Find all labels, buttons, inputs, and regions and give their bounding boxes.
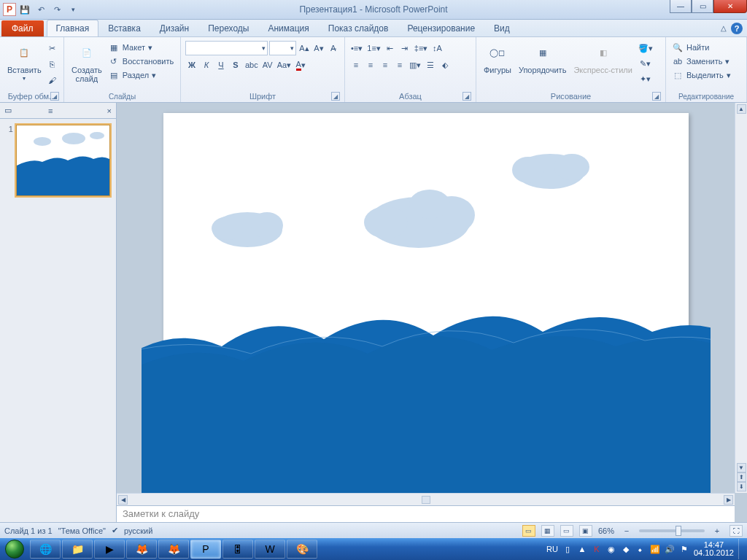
italic-button[interactable]: К — [200, 58, 213, 72]
redo-button[interactable]: ↷ — [50, 2, 64, 17]
tray-kaspersky-icon[interactable]: K — [592, 544, 602, 554]
scroll-down-icon[interactable]: ▼ — [737, 463, 746, 472]
tab-review[interactable]: Рецензирование — [398, 20, 484, 36]
tab-transitions[interactable]: Переходы — [198, 20, 258, 36]
bullets-button[interactable]: •≡▾ — [349, 41, 364, 55]
minimize-ribbon-icon[interactable]: △ — [721, 24, 727, 32]
notes-pane[interactable]: Заметки к слайду — [117, 505, 735, 522]
tray-flag-icon[interactable]: ▯ — [562, 544, 573, 554]
taskbar-firefox-2[interactable]: 🦊 — [158, 540, 189, 559]
columns-button[interactable]: ▥▾ — [408, 58, 422, 72]
case-button[interactable]: Aa▾ — [276, 58, 293, 72]
grow-font-button[interactable]: A▴ — [298, 41, 311, 55]
tab-design[interactable]: Дизайн — [150, 20, 198, 36]
shrink-font-button[interactable]: A▾ — [312, 41, 325, 55]
tray-app-icon[interactable]: ◆ — [621, 544, 631, 554]
line-spacing-button[interactable]: ‡≡▾ — [413, 41, 430, 55]
tab-animations[interactable]: Анимация — [258, 20, 318, 36]
taskbar-ie[interactable]: 🌐 — [30, 540, 61, 559]
strike-button[interactable]: S — [229, 58, 242, 72]
tab-home[interactable]: Главная — [47, 20, 99, 36]
minimize-button[interactable]: — — [670, 0, 692, 13]
next-slide-icon[interactable]: ⬇ — [737, 482, 746, 491]
paragraph-dialog-icon[interactable]: ◢ — [462, 92, 471, 101]
sorter-view-button[interactable]: ▦ — [541, 525, 554, 537]
shape-fill-button[interactable]: 🪣▾ — [637, 41, 654, 55]
spellcheck-icon[interactable]: ✔ — [112, 526, 118, 535]
dec-indent-button[interactable]: ⇤ — [384, 41, 397, 55]
canvas[interactable] — [117, 103, 735, 493]
shadow-button[interactable]: abc — [244, 58, 260, 72]
cut-button[interactable]: ✂ — [46, 41, 59, 55]
inc-indent-button[interactable]: ⇥ — [398, 41, 411, 55]
font-color-button[interactable]: A▾ — [294, 58, 307, 72]
font-size-select[interactable] — [269, 41, 296, 55]
scroll-left-icon[interactable]: ◀ — [118, 495, 128, 505]
tab-file[interactable]: Файл — [1, 20, 44, 36]
bold-button[interactable]: Ж — [185, 58, 198, 72]
zoom-in-button[interactable]: + — [711, 524, 724, 538]
horizontal-scrollbar[interactable]: ◀ ▶ — [117, 493, 735, 505]
smartart-button[interactable]: ⬖ — [438, 58, 452, 72]
underline-button[interactable]: Ч — [214, 58, 228, 72]
tray-network-icon[interactable]: 📶 — [650, 544, 660, 554]
quick-styles-button[interactable]: ◧Экспресс-стили — [570, 39, 635, 76]
zoom-slider[interactable] — [639, 529, 705, 532]
tray-up-icon[interactable]: ▲ — [577, 544, 587, 554]
tab-insert[interactable]: Вставка — [98, 20, 150, 36]
taskbar-explorer[interactable]: 📁 — [62, 540, 93, 559]
reset-button[interactable]: ↺Восстановить — [107, 55, 175, 68]
normal-view-button[interactable]: ▭ — [522, 525, 535, 537]
slideshow-view-button[interactable]: ▣ — [579, 525, 592, 537]
prev-slide-icon[interactable]: ⬆ — [737, 472, 746, 482]
drawing-dialog-icon[interactable]: ◢ — [652, 92, 661, 101]
panel-close-icon[interactable]: × — [107, 106, 112, 115]
shape-outline-button[interactable]: ✎▾ — [637, 56, 654, 71]
taskbar-powerpoint[interactable]: P — [190, 540, 221, 559]
close-button[interactable]: ✕ — [713, 0, 747, 13]
taskbar-paint[interactable]: 🎨 — [287, 540, 317, 559]
tab-slideshow[interactable]: Показ слайдов — [319, 20, 398, 36]
status-language[interactable]: русский — [124, 526, 152, 535]
select-button[interactable]: ⬚Выделить ▾ — [670, 69, 742, 82]
spacing-button[interactable]: AV — [261, 58, 274, 72]
arrange-button[interactable]: ▦Упорядочить — [516, 39, 569, 76]
align-center-button[interactable]: ≡ — [364, 58, 377, 72]
tab-view[interactable]: Вид — [484, 20, 519, 36]
numbering-button[interactable]: 1≡▾ — [365, 41, 382, 55]
undo-button[interactable]: ↶ — [34, 2, 48, 17]
vertical-scrollbar[interactable]: ▲ ▼ ⬆ ⬇ — [735, 103, 747, 493]
copy-button[interactable]: ⎘ — [46, 57, 59, 71]
tray-volume-icon[interactable]: 🔊 — [665, 544, 675, 554]
shapes-button[interactable]: ◯◻Фигуры — [481, 39, 514, 76]
save-button[interactable]: 💾 — [18, 2, 32, 17]
align-left-button[interactable]: ≡ — [349, 58, 363, 72]
taskbar-firefox-1[interactable]: 🦊 — [126, 540, 157, 559]
tray-shield-icon[interactable]: ⬥ — [635, 544, 646, 554]
clear-format-button[interactable]: A̶ — [327, 41, 340, 55]
find-button[interactable]: 🔍Найти — [670, 41, 742, 54]
layout-button[interactable]: ▦Макет ▾ — [107, 41, 175, 54]
zoom-out-button[interactable]: − — [620, 524, 633, 538]
maximize-button[interactable]: ▭ — [692, 0, 713, 13]
fit-window-button[interactable]: ⛶ — [729, 525, 743, 537]
thumbnails-tab-icon[interactable]: ▭ — [4, 106, 12, 115]
tray-action-icon[interactable]: ⚑ — [679, 544, 689, 554]
font-dialog-icon[interactable]: ◢ — [331, 92, 340, 101]
help-icon[interactable]: ? — [731, 23, 743, 34]
taskbar-word[interactable]: W — [255, 540, 285, 559]
tray-chrome-icon[interactable]: ◉ — [606, 544, 616, 554]
zoom-percent[interactable]: 66% — [598, 526, 614, 535]
align-text-button[interactable]: ☰ — [424, 58, 437, 72]
start-button[interactable] — [0, 538, 29, 560]
clipboard-dialog-icon[interactable]: ◢ — [50, 92, 59, 101]
paste-button[interactable]: 📋 Вставить ▾ — [4, 39, 44, 84]
format-painter-button[interactable]: 🖌 — [46, 73, 59, 88]
outline-tab-icon[interactable]: ≡ — [48, 106, 53, 115]
font-family-select[interactable] — [185, 41, 268, 55]
taskbar-mediaplayer[interactable]: ▶ — [94, 540, 125, 559]
justify-button[interactable]: ≡ — [393, 58, 406, 72]
tray-lang[interactable]: RU — [546, 545, 558, 553]
tray-clock[interactable]: 14:47 04.10.2012 — [694, 541, 734, 557]
show-desktop-button[interactable] — [738, 539, 744, 559]
